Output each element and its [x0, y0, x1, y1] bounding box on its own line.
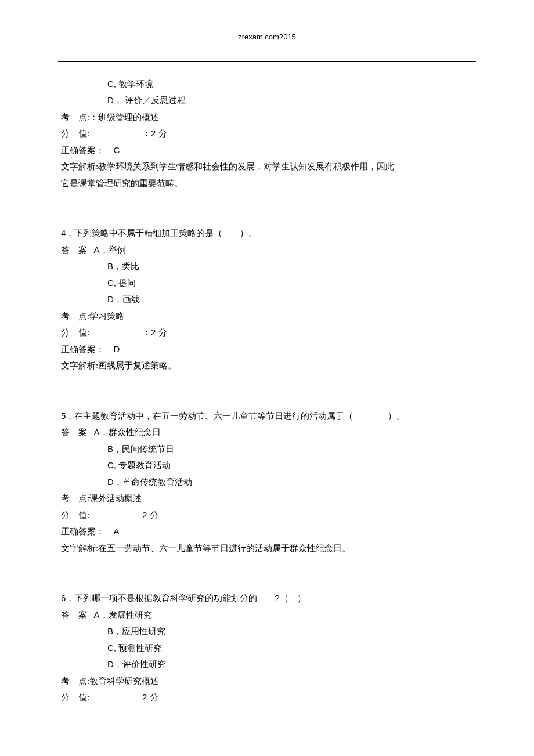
- option-a: 答 案 A，群众性纪念日: [61, 424, 473, 441]
- option-b: B，类比: [61, 258, 473, 275]
- question-3-partial: C, 教学环境 D， 评价／反思过程 考 点:：班级管理的概述 分 值:：2 分…: [61, 76, 473, 192]
- option-d: D， 评价／反思过程: [61, 92, 473, 109]
- option-text: 举例: [109, 245, 126, 255]
- question-5: 5，在主题教育活动中，在五一劳动节、六一儿童节等节日进行的活动属于（ ）。 答 …: [61, 408, 473, 557]
- analysis-row: 文字解析:在五一劳动节、六一儿童节等节日进行的活动属于群众性纪念日。: [61, 540, 473, 557]
- header-text: zrexam.com2015: [238, 32, 296, 41]
- option-letter: C,: [107, 460, 116, 470]
- analysis-text: 它是课堂管理研究的重要范畴。: [61, 179, 183, 188]
- stem-text-2: ?（ ）: [275, 593, 305, 603]
- question-4: 4，下列策略中不属于精细加工策略的是（ ）。 答 案 A，举例 B，类比 C, …: [61, 225, 473, 374]
- page-header: zrexam.com2015: [0, 0, 534, 45]
- score-label: 分 值:: [61, 125, 122, 142]
- option-text: 民间传统节日: [122, 444, 174, 454]
- answer-value: D: [114, 344, 120, 354]
- answer-label: 正确答案：: [61, 345, 104, 354]
- exam-point-value: ：班级管理的概述: [89, 113, 159, 122]
- exam-point-value: 学习策略: [89, 312, 124, 321]
- answer-row: 正确答案： D: [61, 341, 473, 358]
- answer-value: A: [114, 526, 120, 536]
- exam-point-value: 教育科学研究概述: [89, 677, 159, 686]
- analysis-row-2: 它是课堂管理研究的重要范畴。: [61, 175, 473, 192]
- analysis-row: 文字解析:画线属于复述策略。: [61, 357, 473, 374]
- score-row: 分 值:2 分: [61, 507, 473, 524]
- option-text: 画线: [122, 295, 140, 304]
- answer-row: 正确答案： A: [61, 523, 473, 540]
- analysis-text: 教学环境关系到学生情感和社会性的发展，对学生认知发展有积极作用，因此: [98, 162, 394, 171]
- option-b: B，应用性研究: [61, 623, 473, 640]
- score-label: 分 值:: [61, 507, 122, 524]
- answer-prefix: 答 案: [61, 428, 87, 437]
- answer-label: 正确答案：: [61, 146, 104, 155]
- score-value: ：2 分: [142, 327, 167, 337]
- analysis-label: 文字解析:: [61, 361, 98, 370]
- option-letter: B，: [107, 444, 122, 454]
- score-row: 分 值:：2 分: [61, 324, 473, 341]
- exam-point-row: 考 点:：班级管理的概述: [61, 109, 473, 126]
- option-letter: C,: [107, 278, 116, 288]
- option-c: C, 预测性研究: [61, 640, 473, 657]
- answer-prefix: 答 案: [61, 610, 87, 620]
- option-text: 应用性研究: [122, 627, 165, 636]
- stem-text: 下列哪一项不是根据教育科学研究的功能划分的: [74, 594, 257, 603]
- exam-point-value: 课外活动概述: [89, 494, 142, 503]
- stem-text: 在主题教育活动中，在五一劳动节、六一儿童节等节日进行的活动属于（ ）。: [74, 411, 405, 421]
- analysis-label: 文字解析:: [61, 544, 98, 553]
- option-letter: C,: [107, 643, 116, 653]
- question-6: 6，下列哪一项不是根据教育科学研究的功能划分的?（ ） 答 案 A，发展性研究 …: [61, 590, 473, 706]
- analysis-label: 文字解析:: [61, 162, 98, 171]
- score-row: 分 值:2 分: [61, 689, 473, 706]
- option-c: C, 专题教育活动: [61, 457, 473, 474]
- option-d: D，革命传统教育活动: [61, 474, 473, 491]
- option-text: 专题教育活动: [118, 461, 171, 470]
- option-letter: A，: [94, 427, 109, 437]
- question-stem: 5，在主题教育活动中，在五一劳动节、六一儿童节等节日进行的活动属于（ ）。: [61, 408, 473, 425]
- option-d: D，画线: [61, 291, 473, 308]
- score-row: 分 值:：2 分: [61, 125, 473, 142]
- score-value: 2 分: [142, 692, 158, 702]
- option-text: 群众性纪念日: [109, 428, 161, 437]
- question-number: 5，: [61, 411, 74, 421]
- answer-label: 正确答案：: [61, 527, 104, 536]
- option-text: 评价性研究: [122, 660, 166, 669]
- option-c: C, 提问: [61, 275, 473, 292]
- exam-point-label: 考 点:: [61, 494, 89, 503]
- stem-text: 下列策略中不属于精细加工策略的是（ ）。: [74, 229, 257, 238]
- exam-point-label: 考 点:: [61, 312, 89, 321]
- analysis-row: 文字解析:教学环境关系到学生情感和社会性的发展，对学生认知发展有积极作用，因此: [61, 158, 473, 175]
- option-letter: D，: [107, 95, 122, 105]
- exam-point-row: 考 点:学习策略: [61, 308, 473, 325]
- option-a: 答 案 A，举例: [61, 242, 473, 259]
- answer-prefix: 答 案: [61, 245, 87, 255]
- option-text: 预测性研究: [118, 643, 162, 653]
- option-text: 发展性研究: [109, 610, 152, 620]
- analysis-text: 画线属于复述策略。: [98, 361, 176, 370]
- option-c: C, 教学环境: [61, 76, 473, 93]
- option-letter: C,: [107, 79, 116, 89]
- option-letter: B，: [107, 261, 122, 271]
- exam-point-label: 考 点:: [61, 677, 89, 686]
- option-text: 革命传统教育活动: [122, 478, 192, 487]
- answer-value: C: [114, 145, 120, 155]
- analysis-text: 在五一劳动节、六一儿童节等节日进行的活动属于群众性纪念日。: [98, 544, 351, 553]
- option-d: D，评价性研究: [61, 656, 473, 673]
- option-text: 类比: [122, 262, 139, 271]
- question-stem: 6，下列哪一项不是根据教育科学研究的功能划分的?（ ）: [61, 590, 473, 607]
- option-letter: A，: [94, 245, 109, 255]
- score-value: 2 分: [142, 510, 158, 520]
- option-letter: D，: [107, 477, 122, 487]
- option-text: 评价／反思过程: [125, 96, 186, 105]
- option-letter: D，: [107, 659, 122, 669]
- question-number: 4，: [61, 228, 74, 238]
- exam-point-label: 考 点:: [61, 113, 89, 122]
- exam-point-row: 考 点:课外活动概述: [61, 490, 473, 507]
- option-letter: D，: [107, 294, 122, 304]
- option-b: B，民间传统节日: [61, 441, 473, 458]
- document-content: C, 教学环境 D， 评价／反思过程 考 点:：班级管理的概述 分 值:：2 分…: [0, 62, 534, 706]
- score-label: 分 值:: [61, 324, 122, 341]
- answer-row: 正确答案： C: [61, 142, 473, 159]
- option-text: 教学环境: [118, 79, 153, 89]
- option-a: 答 案 A，发展性研究: [61, 607, 473, 624]
- option-text: 提问: [118, 278, 136, 288]
- option-letter: A，: [94, 610, 109, 620]
